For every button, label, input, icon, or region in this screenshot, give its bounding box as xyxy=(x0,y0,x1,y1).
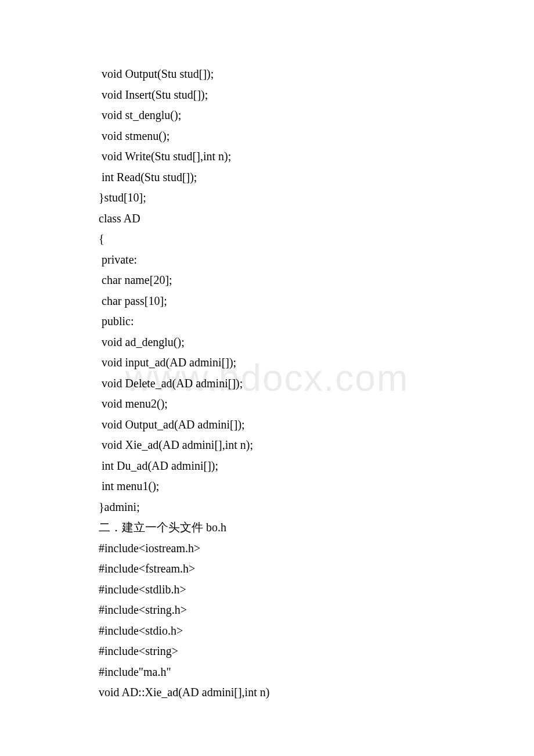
code-line: class AD xyxy=(99,208,435,229)
code-line: char pass[10]; xyxy=(99,291,435,312)
code-line: #include<fstream.h> xyxy=(99,559,435,579)
code-line: #include<string.h> xyxy=(99,600,435,621)
code-block: void Output(Stu stud[]); void Insert(Stu… xyxy=(99,64,435,703)
code-line: void Output(Stu stud[]); xyxy=(99,64,435,85)
code-line: void Insert(Stu stud[]); xyxy=(99,85,435,106)
code-line: void Xie_ad(AD admini[],int n); xyxy=(99,435,435,456)
code-line: #include<iostream.h> xyxy=(99,538,435,559)
code-line: int Du_ad(AD admini[]); xyxy=(99,456,435,477)
code-line: }stud[10]; xyxy=(99,188,435,208)
code-line: void AD::Xie_ad(AD admini[],int n) xyxy=(99,682,435,703)
code-line: #include<string> xyxy=(99,641,435,662)
code-line: void input_ad(AD admini[]); xyxy=(99,352,435,373)
code-line: void Output_ad(AD admini[]); xyxy=(99,415,435,435)
code-line: #include<stdlib.h> xyxy=(99,579,435,600)
code-line: #include"ma.h" xyxy=(99,662,435,683)
code-line: }admini; xyxy=(99,497,435,518)
code-line: private: xyxy=(99,250,435,271)
code-line: #include<stdio.h> xyxy=(99,621,435,642)
code-line: void stmenu(); xyxy=(99,126,435,147)
code-line: char name[20]; xyxy=(99,270,435,291)
document-page: www.bdocx.com void Output(Stu stud[]); v… xyxy=(0,0,534,756)
code-line: void menu2(); xyxy=(99,394,435,415)
code-line: 二．建立一个头文件 bo.h xyxy=(99,517,435,538)
code-line: public: xyxy=(99,311,435,332)
code-line: void st_denglu(); xyxy=(99,105,435,126)
code-line: int Read(Stu stud[]); xyxy=(99,167,435,188)
code-line: { xyxy=(99,229,435,250)
code-line: void Delete_ad(AD admini[]); xyxy=(99,373,435,394)
code-line: void Write(Stu stud[],int n); xyxy=(99,146,435,167)
code-line: void ad_denglu(); xyxy=(99,332,435,353)
code-line: int menu1(); xyxy=(99,476,435,497)
